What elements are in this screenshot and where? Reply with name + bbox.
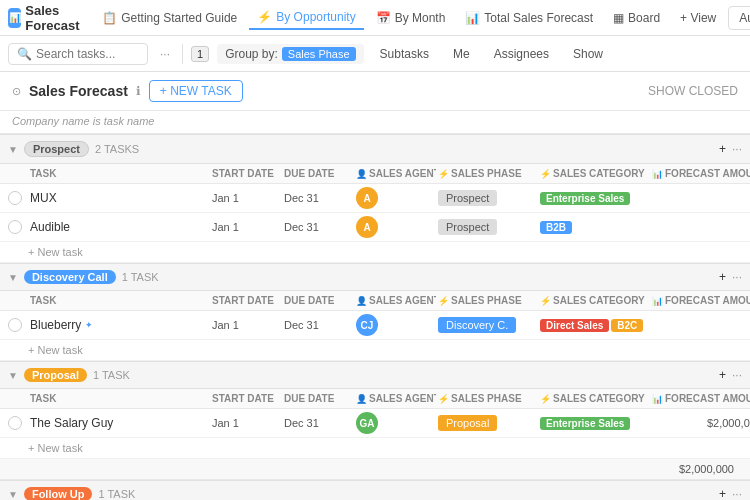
page-title-area: ⊙ Sales Forecast ℹ + NEW TASK: [12, 80, 648, 102]
group-add-icon[interactable]: +: [719, 270, 726, 284]
tab-by-opportunity-label: By Opportunity: [276, 10, 355, 24]
show-button[interactable]: Show: [565, 44, 611, 64]
tab-total-forecast[interactable]: 📊 Total Sales Forecast: [457, 7, 601, 29]
add-task-row: + New task: [0, 438, 750, 459]
group-more-icon[interactable]: ···: [732, 142, 742, 156]
group-task-count: 1 TASK: [98, 488, 135, 500]
sales-phase-pill: Prospect: [438, 190, 497, 206]
subtasks-button[interactable]: Subtasks: [372, 44, 437, 64]
col-start-date: START DATE: [212, 393, 282, 404]
col-sales-category: ⚡SALES CATEGORY: [540, 168, 650, 179]
sales-agent-avatar: GA: [356, 412, 436, 434]
automate-label: Automate: [739, 11, 750, 25]
col-due-date: DUE DATE: [284, 295, 354, 306]
info-icon[interactable]: ℹ: [136, 84, 141, 98]
expand-list-icon[interactable]: ⊙: [12, 85, 21, 98]
forecast-amount-cell: –: [652, 221, 750, 233]
group-task-count: 1 TASK: [122, 271, 159, 283]
group-collapse-icon: ▼: [8, 144, 18, 155]
sales-phase-cell: Prospect: [438, 220, 538, 234]
task-row[interactable]: Blueberry✦ Jan 1 Dec 31 CJ Discovery C. …: [0, 311, 750, 340]
group-collapse-icon: ▼: [8, 489, 18, 500]
search-input[interactable]: [36, 47, 139, 61]
tab-add-view[interactable]: + View: [672, 7, 724, 29]
group-add-icon[interactable]: +: [719, 368, 726, 382]
group-by-button[interactable]: Group by: Sales Phase: [217, 44, 363, 64]
sales-phase-pill: Prospect: [438, 219, 497, 235]
group-header-3[interactable]: ▼ Follow Up 1 TASK + ···: [0, 480, 750, 500]
col-due-date: DUE DATE: [284, 168, 354, 179]
col-sales-phase: ⚡SALES PHASE: [438, 295, 538, 306]
subtasks-label: Subtasks: [380, 47, 429, 61]
group-badge: Discovery Call: [24, 270, 116, 284]
toolbar-divider: [182, 44, 183, 64]
tab-board[interactable]: ▦ Board: [605, 7, 668, 29]
group-header-0[interactable]: ▼ Prospect 2 TASKS + ···: [0, 134, 750, 164]
tab-by-opportunity[interactable]: ⚡ By Opportunity: [249, 6, 363, 30]
sales-category-cell: Enterprise Sales: [540, 192, 650, 205]
sales-agent-avatar: A: [356, 187, 436, 209]
app-logo: 📊 Sales Forecast: [8, 3, 86, 33]
tab-getting-started[interactable]: 📋 Getting Started Guide: [94, 7, 245, 29]
add-view-label: + View: [680, 11, 716, 25]
tab-by-month[interactable]: 📅 By Month: [368, 7, 454, 29]
group-more-icon[interactable]: ···: [732, 368, 742, 382]
me-button[interactable]: Me: [445, 44, 478, 64]
col-start-date: START DATE: [212, 295, 282, 306]
sparkle-icon: ✦: [85, 320, 93, 330]
add-task-button[interactable]: + New task: [28, 344, 742, 356]
col-sales-category: ⚡SALES CATEGORY: [540, 393, 650, 404]
show-closed-button[interactable]: SHOW CLOSED: [648, 84, 738, 98]
groups-container: ▼ Prospect 2 TASKS + ··· TASK START DATE…: [0, 134, 750, 500]
assignees-label: Assignees: [494, 47, 549, 61]
add-task-button[interactable]: + New task: [28, 442, 742, 454]
task-checkbox[interactable]: [8, 191, 22, 205]
page-header: ⊙ Sales Forecast ℹ + NEW TASK SHOW CLOSE…: [0, 72, 750, 111]
group-more-icon[interactable]: ···: [732, 487, 742, 500]
automate-button[interactable]: Automate ▾: [728, 6, 750, 30]
task-row[interactable]: The Salary Guy Jan 1 Dec 31 GA Proposal …: [0, 409, 750, 438]
more-options-icon[interactable]: ···: [156, 47, 174, 61]
group-badge: Prospect: [24, 141, 89, 157]
new-task-label: + NEW TASK: [160, 84, 232, 98]
task-name: Blueberry✦: [30, 318, 210, 332]
group-header-1[interactable]: ▼ Discovery Call 1 TASK + ···: [0, 263, 750, 291]
assignees-button[interactable]: Assignees: [486, 44, 557, 64]
show-closed-label: SHOW CLOSED: [648, 84, 738, 98]
col-sales-agent: 👤SALES AGENT: [356, 393, 436, 404]
task-due-date: Dec 31: [284, 192, 354, 204]
getting-started-icon: 📋: [102, 11, 117, 25]
tab-total-forecast-label: Total Sales Forecast: [484, 11, 593, 25]
col-sales-agent: 👤SALES AGENT: [356, 295, 436, 306]
group-header-2[interactable]: ▼ Proposal 1 TASK + ···: [0, 361, 750, 389]
task-checkbox[interactable]: [8, 416, 22, 430]
forecast-amount-cell: $2,000,000: [652, 417, 750, 429]
subtotal-value: $2,000,000: [642, 463, 742, 475]
add-task-row: + New task: [0, 340, 750, 361]
group-task-count: 1 TASK: [93, 369, 130, 381]
task-row[interactable]: Audible Jan 1 Dec 31 A Prospect B2B – – …: [0, 213, 750, 242]
group-by-value-badge: Sales Phase: [282, 47, 356, 61]
month-icon: 📅: [376, 11, 391, 25]
task-checkbox[interactable]: [8, 318, 22, 332]
task-checkbox[interactable]: [8, 220, 22, 234]
column-headers: TASK START DATE DUE DATE 👤SALES AGENT ⚡S…: [0, 291, 750, 311]
group-by-value: Sales Phase: [288, 48, 350, 60]
sales-category-cell: B2B: [540, 221, 650, 234]
task-start-date: Jan 1: [212, 417, 282, 429]
board-icon: ▦: [613, 11, 624, 25]
category-pill: Direct Sales: [540, 319, 609, 332]
group-add-icon[interactable]: +: [719, 142, 726, 156]
task-row[interactable]: MUX Jan 1 Dec 31 A Prospect Enterprise S…: [0, 184, 750, 213]
opportunity-icon: ⚡: [257, 10, 272, 24]
new-task-button[interactable]: + NEW TASK: [149, 80, 243, 102]
add-task-button[interactable]: + New task: [28, 246, 742, 258]
task-start-date: Jan 1: [212, 221, 282, 233]
task-due-date: Dec 31: [284, 417, 354, 429]
group-add-icon[interactable]: +: [719, 487, 726, 500]
group-more-icon[interactable]: ···: [732, 270, 742, 284]
search-box[interactable]: 🔍: [8, 43, 148, 65]
filter-count-badge[interactable]: 1: [191, 46, 209, 62]
col-due-date: DUE DATE: [284, 393, 354, 404]
task-name: Audible: [30, 220, 210, 234]
